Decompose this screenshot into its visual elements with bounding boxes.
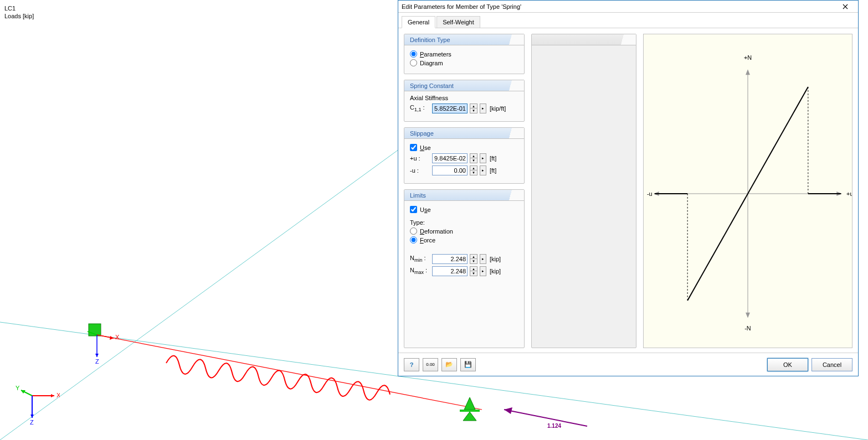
svg-marker-22	[746, 313, 750, 318]
group-slippage: Slippage Use +u : ▲▼ ▸ [ft]	[404, 127, 525, 184]
limits-type-label: Type:	[410, 219, 518, 226]
group-header-definition: Definition Type	[404, 34, 524, 45]
axis-z-label: Z	[30, 419, 34, 426]
force-value-label: 1.124	[547, 423, 561, 429]
diagram-mu-label: -u	[647, 190, 653, 197]
mu-picker[interactable]: ▸	[480, 165, 486, 175]
node-axis-x: X	[115, 334, 120, 340]
spin-down-icon[interactable]: ▼	[470, 158, 477, 163]
save-button[interactable]: 💾	[460, 358, 476, 371]
cancel-button[interactable]: Cancel	[811, 358, 852, 371]
nmax-unit: [kip]	[490, 268, 501, 275]
group-header-empty	[532, 34, 636, 45]
svg-marker-8	[504, 407, 512, 414]
node-triad: X Z	[83, 324, 122, 379]
radio-diagram[interactable]	[410, 59, 417, 66]
pu-input[interactable]	[432, 153, 468, 163]
checkbox-slippage-use[interactable]	[410, 144, 417, 151]
axis-x-label: X	[57, 392, 60, 398]
pu-picker[interactable]: ▸	[480, 153, 486, 163]
group-definition-type: Definition Type PParametersarameters Dia…	[404, 34, 525, 74]
tab-self-weight[interactable]: Self-Weight	[436, 16, 480, 28]
svg-line-29	[748, 87, 808, 194]
diagram-pn-label: +N	[744, 54, 752, 61]
radio-parameters[interactable]	[410, 50, 417, 58]
units-button[interactable]: 0.00	[423, 358, 438, 371]
spin-down-icon[interactable]: ▼	[470, 108, 477, 113]
viewport-label: LC1 Loads [kip]	[4, 4, 34, 20]
nmax-label: Nmax :	[410, 267, 430, 275]
units-icon: 0.00	[426, 362, 435, 367]
radio-diagram-label[interactable]: Diagram	[420, 60, 443, 66]
close-button[interactable]	[836, 1, 855, 12]
nmin-picker[interactable]: ▸	[480, 254, 486, 264]
svg-line-7	[504, 410, 587, 426]
spin-up-icon[interactable]: ▲	[470, 267, 477, 271]
save-icon: 💾	[464, 361, 472, 368]
slippage-use-label[interactable]: Use	[420, 144, 431, 151]
svg-marker-10	[51, 394, 54, 397]
svg-marker-18	[95, 354, 99, 357]
mu-unit: [ft]	[490, 167, 496, 174]
diagram-svg: +N -N +u -u	[644, 34, 852, 348]
dialog-footer: ? 0.00 📂 💾 OK Cancel	[398, 353, 858, 376]
pu-label: +u :	[410, 155, 430, 162]
group-limits: Limits Use Type: Deformation	[404, 189, 525, 348]
svg-marker-14	[30, 415, 34, 418]
spin-down-icon[interactable]: ▼	[470, 259, 477, 263]
tab-general[interactable]: General	[402, 16, 435, 28]
radio-force[interactable]	[410, 236, 417, 244]
nmin-label: Nmin :	[410, 255, 430, 263]
c11-picker[interactable]: ▸	[480, 103, 486, 113]
svg-line-28	[687, 194, 748, 301]
nmin-spinner[interactable]: ▲▼	[470, 254, 477, 264]
nmin-input[interactable]	[432, 254, 468, 264]
spin-up-icon[interactable]: ▲	[470, 255, 477, 259]
svg-marker-21	[746, 69, 750, 75]
spin-up-icon[interactable]: ▲	[470, 166, 477, 170]
svg-marker-4	[464, 397, 475, 410]
spin-down-icon[interactable]: ▼	[470, 170, 477, 175]
c11-input[interactable]	[432, 103, 468, 113]
nmin-unit: [kip]	[490, 256, 501, 262]
loads-label: Loads [kip]	[4, 12, 34, 20]
pu-unit: [ft]	[490, 155, 496, 162]
radio-deformation-label[interactable]: Deformation	[420, 228, 453, 235]
open-button[interactable]: 📂	[441, 358, 457, 371]
nmax-input[interactable]	[432, 266, 468, 276]
nmax-picker[interactable]: ▸	[480, 266, 486, 276]
dialog-titlebar[interactable]: Edit Parameters for Member of Type 'Spri…	[398, 1, 858, 13]
svg-marker-6	[463, 412, 476, 421]
c11-spinner[interactable]: ▲▼	[470, 103, 477, 113]
svg-line-1	[0, 149, 399, 440]
dialog-title: Edit Parameters for Member of Type 'Spri…	[402, 3, 836, 10]
radio-parameters-label[interactable]: PParametersarameters	[420, 51, 451, 58]
mu-spinner[interactable]: ▲▼	[470, 165, 477, 175]
nmax-spinner[interactable]: ▲▼	[470, 266, 477, 276]
ok-button[interactable]: OK	[767, 358, 808, 371]
pu-spinner[interactable]: ▲▼	[470, 153, 477, 163]
mu-input[interactable]	[432, 165, 468, 175]
checkbox-limits-use[interactable]	[410, 206, 417, 213]
c11-label: C1,1 :	[410, 104, 430, 112]
svg-marker-16	[110, 336, 114, 340]
group-empty	[531, 34, 636, 348]
diagram-pu-label: +u	[846, 190, 852, 197]
svg-rect-5	[460, 410, 480, 412]
edit-parameters-dialog: Edit Parameters for Member of Type 'Spri…	[398, 0, 859, 376]
radio-deformation[interactable]	[410, 227, 417, 235]
group-header-limits: Limits	[404, 190, 524, 201]
tab-bar: General Self-Weight	[398, 13, 858, 28]
spin-up-icon[interactable]: ▲	[470, 104, 477, 108]
spin-down-icon[interactable]: ▼	[470, 271, 477, 276]
svg-line-19	[88, 332, 97, 335]
axis-triad: X Y Z	[16, 385, 60, 429]
close-icon	[843, 4, 848, 9]
loadcase-label: LC1	[4, 4, 34, 12]
diagram-mn-label: -N	[744, 325, 751, 332]
radio-force-label[interactable]: Force	[420, 237, 435, 244]
group-header-slippage: Slippage	[404, 128, 524, 139]
help-button[interactable]: ?	[404, 358, 419, 371]
spin-up-icon[interactable]: ▲	[470, 154, 477, 158]
limits-use-label[interactable]: Use	[420, 206, 431, 213]
